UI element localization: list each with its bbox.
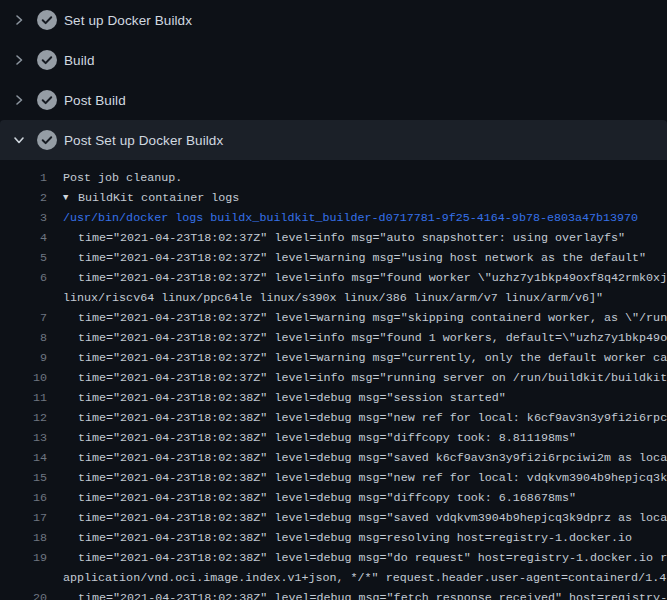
log-line: 17 time="2021-04-23T18:02:38Z" level=deb… — [0, 508, 667, 528]
log-text: /usr/bin/docker logs buildx_buildkit_bui… — [63, 208, 638, 228]
log-line: 11 time="2021-04-23T18:02:38Z" level=deb… — [0, 388, 667, 408]
step-header[interactable]: Post Set up Docker Buildx — [0, 120, 667, 160]
log-text: time="2021-04-23T18:02:38Z" level=debug … — [78, 528, 632, 548]
log-line: 3 /usr/bin/docker logs buildx_buildkit_b… — [0, 208, 667, 228]
chevron-icon — [12, 93, 34, 107]
group-collapse-triangle-icon: ▼ — [63, 188, 78, 208]
chevron-icon — [12, 53, 34, 67]
log-text: time="2021-04-23T18:02:37Z" level=info m… — [78, 368, 667, 388]
line-number[interactable]: 10 — [0, 368, 47, 388]
log-line: linux/riscv64 linux/ppc64le linux/s390x … — [0, 288, 667, 308]
log-line: 14 time="2021-04-23T18:02:38Z" level=deb… — [0, 448, 667, 468]
log-line: 9 time="2021-04-23T18:02:37Z" level=warn… — [0, 348, 667, 368]
log-text: time="2021-04-23T18:02:37Z" level=info m… — [78, 328, 667, 348]
log-line: 15 time="2021-04-23T18:02:38Z" level=deb… — [0, 468, 667, 488]
log-text: linux/riscv64 linux/ppc64le linux/s390x … — [63, 288, 603, 308]
line-number[interactable]: 16 — [0, 488, 47, 508]
log-line: application/vnd.oci.image.index.v1+json,… — [0, 568, 667, 588]
log-text: time="2021-04-23T18:02:38Z" level=debug … — [78, 448, 667, 468]
line-number[interactable]: 12 — [0, 408, 47, 428]
line-number[interactable]: 11 — [0, 388, 47, 408]
actions-log-viewer: Set up Docker Buildx Build — [0, 0, 667, 600]
log-line: 18 time="2021-04-23T18:02:38Z" level=deb… — [0, 528, 667, 548]
chevron-right-icon — [12, 13, 26, 27]
step-list: Set up Docker Buildx Build — [0, 0, 667, 160]
log-line: 4 time="2021-04-23T18:02:37Z" level=info… — [0, 228, 667, 248]
line-number[interactable]: 18 — [0, 528, 47, 548]
log-line: 16 time="2021-04-23T18:02:38Z" level=deb… — [0, 488, 667, 508]
log-text: time="2021-04-23T18:02:38Z" level=debug … — [78, 548, 667, 568]
line-number[interactable]: 6 — [0, 268, 47, 288]
line-number[interactable]: 5 — [0, 248, 47, 268]
chevron-right-icon — [12, 93, 26, 107]
step-header[interactable]: Set up Docker Buildx — [0, 0, 667, 40]
step-title: Set up Docker Buildx — [64, 13, 192, 28]
log-text: Post job cleanup. — [63, 168, 182, 188]
line-number[interactable]: 2 — [0, 188, 47, 208]
log-line: 7 time="2021-04-23T18:02:37Z" level=warn… — [0, 308, 667, 328]
log-line: 2 ▼ BuildKit container logs — [0, 188, 667, 208]
log-line: 12 time="2021-04-23T18:02:38Z" level=deb… — [0, 408, 667, 428]
line-number[interactable] — [0, 288, 47, 308]
line-number[interactable] — [0, 568, 47, 588]
check-circle-icon — [37, 90, 57, 110]
step-title: Post Build — [64, 93, 126, 108]
log-line: 10 time="2021-04-23T18:02:37Z" level=inf… — [0, 368, 667, 388]
chevron-icon — [12, 133, 34, 147]
line-number[interactable]: 7 — [0, 308, 47, 328]
log-text: time="2021-04-23T18:02:38Z" level=debug … — [78, 468, 667, 488]
line-number[interactable]: 13 — [0, 428, 47, 448]
log-text: time="2021-04-23T18:02:38Z" level=debug … — [78, 408, 667, 428]
log-text: time="2021-04-23T18:02:37Z" level=info m… — [78, 228, 625, 248]
step-title: Post Set up Docker Buildx — [64, 133, 223, 148]
line-number[interactable]: 8 — [0, 328, 47, 348]
line-number[interactable]: 17 — [0, 508, 47, 528]
line-number[interactable]: 14 — [0, 448, 47, 468]
log-text[interactable]: BuildKit container logs — [78, 188, 239, 208]
line-number[interactable]: 15 — [0, 468, 47, 488]
check-circle-icon — [37, 10, 57, 30]
log-text: time="2021-04-23T18:02:38Z" level=debug … — [78, 428, 576, 448]
log-text: application/vnd.oci.image.index.v1+json,… — [63, 568, 667, 588]
log-line: 13 time="2021-04-23T18:02:38Z" level=deb… — [0, 428, 667, 448]
log-line: 5 time="2021-04-23T18:02:37Z" level=warn… — [0, 248, 667, 268]
line-number[interactable]: 3 — [0, 208, 47, 228]
log-text: time="2021-04-23T18:02:38Z" level=debug … — [78, 488, 576, 508]
line-number[interactable]: 1 — [0, 168, 47, 188]
chevron-icon — [12, 13, 34, 27]
check-circle-icon — [37, 50, 57, 70]
line-number[interactable]: 4 — [0, 228, 47, 248]
log-line: 1 Post job cleanup. — [0, 168, 667, 188]
line-number[interactable]: 20 — [0, 588, 47, 600]
log-text: time="2021-04-23T18:02:38Z" level=debug … — [78, 588, 667, 600]
check-circle-icon — [37, 130, 57, 150]
step-title: Build — [64, 53, 95, 68]
log-text: time="2021-04-23T18:02:37Z" level=warnin… — [78, 308, 667, 328]
log-line: 6 time="2021-04-23T18:02:37Z" level=info… — [0, 268, 667, 288]
log-line: 20 time="2021-04-23T18:02:38Z" level=deb… — [0, 588, 667, 600]
log-line: 8 time="2021-04-23T18:02:37Z" level=info… — [0, 328, 667, 348]
log-text: time="2021-04-23T18:02:37Z" level=warnin… — [78, 248, 646, 268]
log-text: time="2021-04-23T18:02:38Z" level=debug … — [78, 508, 667, 528]
step-header[interactable]: Post Build — [0, 80, 667, 120]
line-number[interactable]: 9 — [0, 348, 47, 368]
chevron-down-icon — [12, 133, 26, 147]
log-text: time="2021-04-23T18:02:37Z" level=warnin… — [78, 348, 667, 368]
line-number[interactable]: 19 — [0, 548, 47, 568]
step-header[interactable]: Build — [0, 40, 667, 80]
log-text: time="2021-04-23T18:02:38Z" level=debug … — [78, 388, 506, 408]
log-body: 1 Post job cleanup. 2 ▼ BuildKit contain… — [0, 160, 667, 600]
log-line: 19 time="2021-04-23T18:02:38Z" level=deb… — [0, 548, 667, 568]
log-text: time="2021-04-23T18:02:37Z" level=info m… — [78, 268, 667, 288]
chevron-right-icon — [12, 53, 26, 67]
